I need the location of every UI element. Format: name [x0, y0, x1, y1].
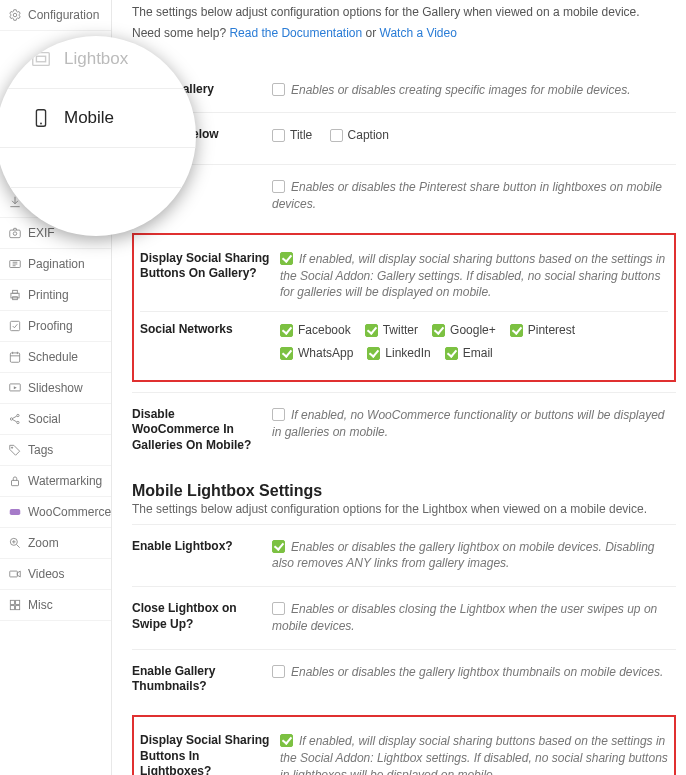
settings-main: The settings below adjust configuration … [112, 0, 686, 775]
checkbox-social-gallery[interactable] [280, 252, 293, 265]
label-disable-woo: Disable WooCommerce In Galleries On Mobi… [132, 407, 272, 454]
network-twitter[interactable]: Twitter [365, 322, 418, 339]
row-social-lightbox: Display Social Sharing Buttons In Lightb… [140, 723, 668, 775]
row-disable-woo: Disable WooCommerce In Galleries On Mobi… [132, 392, 676, 468]
svg-point-13 [12, 447, 13, 448]
sidebar-item-tags[interactable]: Tags [0, 435, 111, 466]
svg-rect-4 [11, 293, 19, 298]
svg-rect-15 [10, 509, 21, 515]
svg-rect-19 [16, 600, 20, 604]
checkbox-facebook[interactable] [280, 324, 293, 337]
row-mobile-gallery: Mobile Gallery Enables or disables creat… [132, 68, 676, 113]
row-close-swipe: Close Lightbox on Swipe Up? Enables or d… [132, 586, 676, 649]
magnifier-callout: Lightbox Mobile [0, 36, 196, 236]
row-caption-below: /Caption Below Title Caption [132, 112, 676, 164]
intro-text: The settings below adjust configuration … [132, 4, 676, 21]
svg-rect-8 [10, 353, 19, 362]
row-enable-lightbox: Enable Lightbox? Enables or disables the… [132, 524, 676, 587]
watch-video-link[interactable]: Watch a Video [380, 26, 457, 40]
slideshow-icon [8, 381, 22, 395]
checkbox-enable-thumbs[interactable] [272, 665, 285, 678]
highlighted-gallery-social: Display Social Sharing Buttons On Galler… [132, 233, 676, 382]
svg-point-25 [40, 123, 42, 125]
svg-rect-23 [36, 56, 45, 62]
sidebar-item-slideshow[interactable]: Slideshow [0, 373, 111, 404]
checkbox-social-lightbox[interactable] [280, 734, 293, 747]
sidebar-item-watermarking[interactable]: Watermarking [0, 466, 111, 497]
sidebar-item-schedule[interactable]: Schedule [0, 342, 111, 373]
checkbox-mobile-gallery[interactable] [272, 83, 285, 96]
svg-rect-17 [10, 571, 18, 577]
row-social-gallery: Display Social Sharing Buttons On Galler… [140, 241, 668, 311]
section-heading-lightbox: Mobile Lightbox Settings [132, 482, 676, 500]
label-enable-thumbs: Enable Gallery Thumbnails? [132, 664, 272, 695]
mobile-icon [30, 107, 52, 129]
sidebar-item-woocommerce[interactable]: WooCommerce [0, 497, 111, 528]
sidebar-item-social[interactable]: Social [0, 404, 111, 435]
label-social-networks: Social Networks [140, 322, 280, 368]
checkbox-whatsapp[interactable] [280, 347, 293, 360]
checkbox-caption[interactable] [330, 129, 343, 142]
misc-icon [8, 598, 22, 612]
checkbox-googleplus[interactable] [432, 324, 445, 337]
section-sub-lightbox: The settings below adjust configuration … [132, 502, 676, 516]
gear-icon [8, 8, 22, 22]
intro-help: Need some help? Read the Documentation o… [132, 25, 676, 42]
checkbox-email[interactable] [445, 347, 458, 360]
svg-point-11 [17, 414, 19, 416]
svg-rect-21 [16, 606, 20, 610]
share-icon [8, 412, 22, 426]
sidebar-item-proofing[interactable]: Proofing [0, 311, 111, 342]
network-googleplus[interactable]: Google+ [432, 322, 496, 339]
svg-rect-18 [10, 600, 14, 604]
svg-point-10 [10, 418, 12, 420]
sidebar-item-videos[interactable]: Videos [0, 559, 111, 590]
label-social-gallery: Display Social Sharing Buttons On Galler… [140, 251, 280, 301]
woocommerce-icon [8, 505, 22, 519]
proofing-icon [8, 319, 22, 333]
sidebar-item-zoom[interactable]: Zoom [0, 528, 111, 559]
zoom-icon [8, 536, 22, 550]
label-social-lightbox: Display Social Sharing Buttons In Lightb… [140, 733, 280, 775]
checkbox-pinterest[interactable] [272, 180, 285, 193]
pagination-icon [8, 257, 22, 271]
read-documentation-link[interactable]: Read the Documentation [229, 26, 362, 40]
checkbox-close-swipe[interactable] [272, 602, 285, 615]
checkbox-disable-woo[interactable] [272, 408, 285, 421]
tag-icon [8, 443, 22, 457]
svg-point-12 [17, 421, 19, 423]
camera-icon [8, 226, 22, 240]
label-close-swipe: Close Lightbox on Swipe Up? [132, 601, 272, 635]
network-linkedin[interactable]: LinkedIn [367, 345, 430, 362]
highlighted-lightbox-social: Display Social Sharing Buttons In Lightb… [132, 715, 676, 775]
sidebar-item-printing[interactable]: Printing [0, 280, 111, 311]
checkbox-linkedin[interactable] [367, 347, 380, 360]
calendar-icon [8, 350, 22, 364]
svg-rect-20 [10, 606, 14, 610]
network-facebook[interactable]: Facebook [280, 322, 351, 339]
svg-point-2 [13, 232, 17, 236]
checkbox-pinterest[interactable] [510, 324, 523, 337]
sidebar-item-mobile[interactable]: Mobile [0, 89, 196, 148]
video-icon [8, 567, 22, 581]
lock-icon [8, 474, 22, 488]
sidebar-item-configuration[interactable]: Configuration [0, 0, 111, 31]
row-social-networks-gallery: Social Networks FacebookTwitterGoogle+Pi… [140, 311, 668, 378]
svg-rect-14 [12, 480, 19, 485]
sidebar-item-pagination[interactable]: Pagination [0, 249, 111, 280]
sidebar-item-misc[interactable]: Misc [0, 590, 111, 621]
label-enable-lightbox: Enable Lightbox? [132, 539, 272, 573]
checkbox-twitter[interactable] [365, 324, 378, 337]
svg-rect-1 [10, 230, 21, 238]
svg-point-0 [13, 13, 17, 17]
svg-rect-7 [10, 321, 19, 330]
checkbox-enable-lightbox[interactable] [272, 540, 285, 553]
svg-rect-5 [13, 290, 18, 293]
row-enable-thumbs: Enable Gallery Thumbnails? Enables or di… [132, 649, 676, 709]
row-pinterest: interest? Enables or disables the Pinter… [132, 164, 676, 227]
network-pinterest[interactable]: Pinterest [510, 322, 575, 339]
network-email[interactable]: Email [445, 345, 493, 362]
printer-icon [8, 288, 22, 302]
checkbox-title[interactable] [272, 129, 285, 142]
network-whatsapp[interactable]: WhatsApp [280, 345, 353, 362]
